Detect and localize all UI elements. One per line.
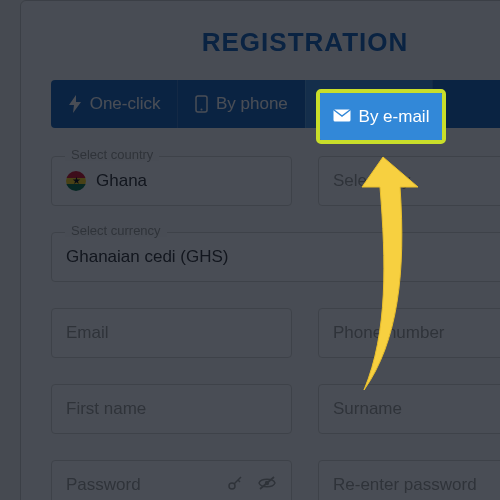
firstname-field[interactable]: First name: [51, 384, 292, 434]
email-field[interactable]: Email: [51, 308, 292, 358]
registration-tabs: One-click By phone By e-mail: [51, 80, 500, 128]
tab-one-click-label: One-click: [90, 94, 161, 114]
tab-by-email-label: By e-mail: [346, 94, 417, 114]
phone-field[interactable]: Phone number: [318, 308, 500, 358]
currency-label: Select currency: [65, 224, 167, 237]
page-title: REGISTRATION: [51, 27, 500, 58]
country-value: Ghana: [96, 171, 147, 191]
tab-by-phone[interactable]: By phone: [177, 80, 304, 128]
key-icon: [227, 475, 243, 496]
phone-placeholder: Phone number: [333, 323, 445, 343]
country-label: Select country: [65, 148, 159, 161]
svg-point-1: [200, 109, 202, 111]
currency-field[interactable]: Select currency Ghanaian cedi (GHS): [51, 232, 500, 282]
tab-extra[interactable]: [432, 80, 500, 128]
phone-icon: [195, 95, 208, 113]
surname-field[interactable]: Surname: [318, 384, 500, 434]
city-placeholder: Select city: [333, 171, 410, 191]
password-placeholder: Password: [66, 475, 141, 495]
currency-value: Ghanaian cedi (GHS): [66, 247, 229, 267]
tab-by-phone-label: By phone: [216, 94, 288, 114]
firstname-placeholder: First name: [66, 399, 146, 419]
eye-off-icon[interactable]: [257, 475, 277, 496]
city-field[interactable]: Select city: [318, 156, 500, 206]
password2-placeholder: Re-enter password: [333, 475, 477, 495]
surname-placeholder: Surname: [333, 399, 402, 419]
envelope-icon: [320, 98, 338, 111]
lightning-icon: [68, 95, 82, 113]
registration-card: REGISTRATION One-click By phone By e-mai…: [20, 0, 500, 500]
registration-screenshot: REGISTRATION One-click By phone By e-mai…: [0, 0, 500, 500]
tab-one-click[interactable]: One-click: [51, 80, 177, 128]
country-field[interactable]: Select country Ghana: [51, 156, 292, 206]
password-confirm-field[interactable]: Re-enter password: [318, 460, 500, 500]
tab-by-email[interactable]: By e-mail: [305, 80, 432, 128]
email-placeholder: Email: [66, 323, 109, 343]
password-field[interactable]: Password: [51, 460, 292, 500]
ghana-flag-icon: [66, 171, 86, 191]
